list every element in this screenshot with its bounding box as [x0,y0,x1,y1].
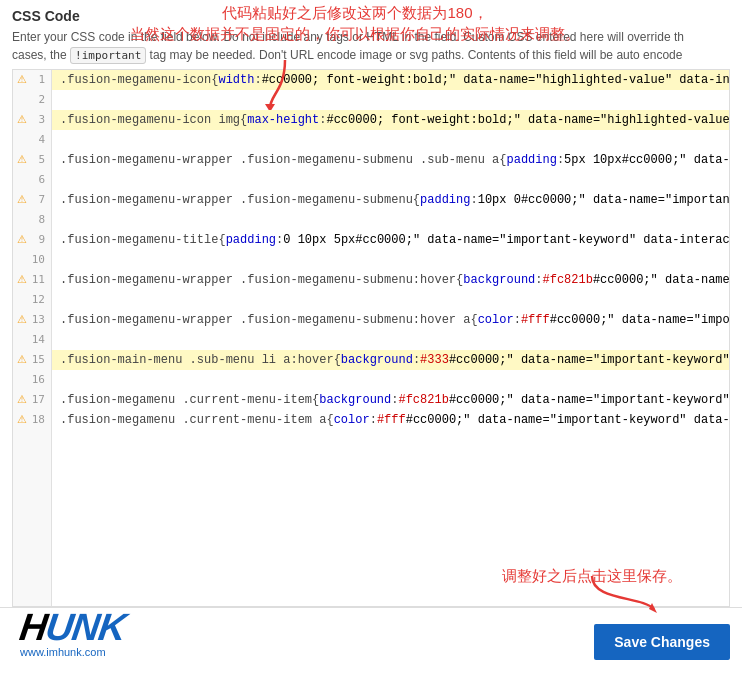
code-area[interactable]: .fusion-megamenu-icon{width:#cc0000; fon… [52,70,729,607]
line-warning-icon [15,133,29,147]
code-line [52,370,729,390]
line-warning-icon: ⚠ [15,413,29,427]
line-number-label: 17 [29,393,49,406]
line-warning-icon [15,253,29,267]
line-warning-icon [15,293,29,307]
css-value: 5px 10px#cc0000;" data-name="important-k… [564,153,729,167]
css-brace: { [456,273,463,287]
css-value: #333#cc0000;" data-name="important-keywo… [420,353,729,367]
line-number-label: 18 [29,413,49,426]
css-brace: { [211,73,218,87]
warning-triangle-icon: ⚠ [17,273,27,286]
line-warning-icon: ⚠ [15,353,29,367]
css-color-value: #cc0000 [406,413,456,427]
warning-triangle-icon: ⚠ [17,413,27,426]
css-color-value: #cc0000 [622,153,672,167]
css-brace: { [413,193,420,207]
line-warning-icon [15,173,29,187]
css-brace: { [334,353,341,367]
code-line: .fusion-main-menu .sub-menu li a:hover{b… [52,350,729,370]
save-button[interactable]: Save Changes [594,624,730,660]
line-num-row: 12 [13,290,51,310]
code-line [52,90,729,110]
css-color-value: #cc0000 [593,273,643,287]
css-color-value: #cc0000 [326,113,376,127]
line-number-label: 14 [29,333,49,346]
css-brace: { [312,393,319,407]
line-num-row: 16 [13,370,51,390]
warning-triangle-icon: ⚠ [17,193,27,206]
css-property: background [463,273,535,287]
code-line: .fusion-megamenu-wrapper .fusion-megamen… [52,150,729,170]
line-number-label: 11 [29,273,49,286]
line-num-row: ⚠17 [13,390,51,410]
css-selector: .fusion-megamenu-icon [60,73,211,87]
css-value: #fff#cc0000;" data-name="important-keywo… [377,413,729,427]
line-number-label: 6 [29,173,49,186]
warning-triangle-icon: ⚠ [17,233,27,246]
code-editor[interactable]: ⚠12⚠34⚠56⚠78⚠910⚠1112⚠1314⚠1516⚠17⚠18 .f… [12,69,730,608]
line-warning-icon [15,373,29,387]
css-value: #fff#cc0000;" data-name="important-keywo… [521,313,729,327]
line-number-label: 3 [29,113,49,126]
line-number-label: 4 [29,133,49,146]
css-selector: .fusion-megamenu-wrapper .fusion-megamen… [60,193,413,207]
logo-area: HUNK www.imhunk.com [20,608,126,658]
line-num-row: 10 [13,250,51,270]
css-selector: .fusion-megamenu-icon img [60,113,240,127]
css-property: padding [420,193,470,207]
warning-triangle-icon: ⚠ [17,353,27,366]
line-warning-icon [15,213,29,227]
logo-text: HUNK [20,608,126,646]
css-property: max-height [247,113,319,127]
line-warning-icon: ⚠ [15,193,29,207]
code-line: .fusion-megamenu-title{padding:0 10px 5p… [52,230,729,250]
line-num-row: ⚠11 [13,270,51,290]
css-value: #fc821b#cc0000;" data-name="important-ke… [543,273,730,287]
code-line: .fusion-megamenu-icon img{max-height:#cc… [52,110,729,130]
desc-part3: tag may be needed. Don't URL encode imag… [146,48,682,62]
css-property: padding [506,153,556,167]
code-line: .fusion-megamenu-wrapper .fusion-megamen… [52,190,729,210]
line-number-label: 8 [29,213,49,226]
css-color-value: #cc0000 [262,73,312,87]
line-warning-icon [15,93,29,107]
css-property: background [319,393,391,407]
footer: HUNK www.imhunk.com Save Changes [0,607,742,676]
code-line [52,290,729,310]
desc-part2: cases, the [12,48,70,62]
css-color-value: #cc0000 [449,393,499,407]
css-selector: .fusion-megamenu-wrapper .fusion-megamen… [60,313,470,327]
code-line [52,170,729,190]
css-brace: { [470,313,477,327]
warning-triangle-icon: ⚠ [17,73,27,86]
css-selector: .fusion-megamenu .current-menu-item a [60,413,326,427]
line-number-label: 2 [29,93,49,106]
css-selector: .fusion-megamenu-title [60,233,218,247]
css-color-value: #fff [521,313,550,327]
code-line [52,210,729,230]
code-line: .fusion-megamenu-wrapper .fusion-megamen… [52,310,729,330]
css-brace: { [326,413,333,427]
line-warning-icon [15,333,29,347]
line-warning-icon: ⚠ [15,113,29,127]
warning-triangle-icon: ⚠ [17,313,27,326]
logo-unk-letters: UNK [44,608,129,646]
line-num-row: ⚠18 [13,410,51,430]
css-property: width [218,73,254,87]
line-number-label: 16 [29,373,49,386]
line-num-row: ⚠15 [13,350,51,370]
css-value: #cc0000; font-weight:bold;" data-name="h… [262,73,729,87]
line-num-row: ⚠9 [13,230,51,250]
css-property: background [341,353,413,367]
line-num-row: 14 [13,330,51,350]
css-value: #cc0000; font-weight:bold;" data-name="h… [326,113,729,127]
line-numbers: ⚠12⚠34⚠56⚠78⚠910⚠1112⚠1314⚠1516⚠17⚠18 [13,70,52,607]
line-number-label: 13 [29,313,49,326]
line-num-row: 8 [13,210,51,230]
line-warning-icon: ⚠ [15,153,29,167]
line-number-label: 15 [29,353,49,366]
css-selector: .fusion-megamenu-wrapper .fusion-megamen… [60,273,456,287]
line-number-label: 5 [29,153,49,166]
code-line [52,130,729,150]
